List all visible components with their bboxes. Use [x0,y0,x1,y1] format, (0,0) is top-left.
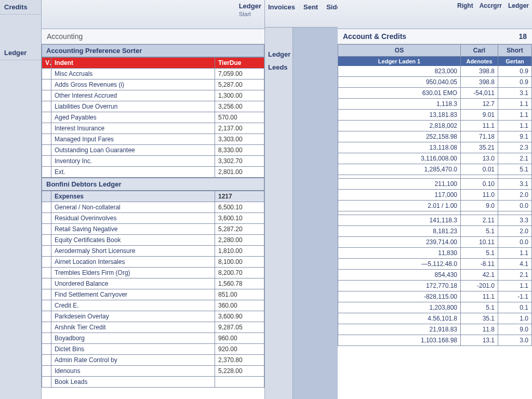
table-row[interactable]: Aerodermaly Short Licensure1,810.00 [42,246,264,257]
tab-ledger[interactable]: Ledger [0,46,41,60]
table-row[interactable]: 239,714.0010.110.0 [338,237,532,248]
table-row[interactable] [338,211,532,215]
rsub-3: Gertan [498,57,531,66]
rhdr-c1: Right [457,2,473,9]
right-col-header: OS Carl Short [338,44,532,57]
table-row[interactable]: -828,115.0011.1-1.1 [338,291,532,302]
table-row[interactable]: 630.01 EMO-54,0113.1 [338,88,532,99]
middle-pane: Invoices Sent Sidebar Ledger Leeds [265,0,338,399]
table-row[interactable]: Interest Insurance2,137.00 [42,123,264,134]
table-row[interactable]: 141,118.32.113.3 [338,215,532,226]
table-row[interactable]: Other Interest Accrued1,300.00 [42,90,264,101]
table-row[interactable]: 13,118.0835.212.3 [338,142,532,153]
table-row[interactable]: 4.56,101.835.11.0 [338,313,532,324]
table-row[interactable]: Admin Rate Control by2,370.80 [42,355,264,366]
table-row[interactable]: 252,158.9871.189.1 [338,131,532,142]
r-bread-num: 18 [518,32,527,41]
table-row[interactable]: Idenouns5,228.00 [42,366,264,377]
table-row[interactable]: Boyadborg960.00 [42,333,264,344]
table-row[interactable]: Arshnik Tier Credit9,287.05 [42,322,264,333]
table-row[interactable]: 211,1000.103.1 [338,179,532,190]
table-section1: V Indent TierDue Misc Accruals7,059.00Ad… [42,57,264,178]
table-row[interactable]: Parkdesein Overlay3,600.90 [42,311,264,322]
table-row[interactable]: Book Leads [42,377,264,388]
rsub-2: Adenotes [461,57,498,66]
col-indent[interactable]: Indent [51,58,215,69]
table-row[interactable]: Misc Accruals7,059.00 [42,69,264,79]
subhead-val: 1217 [215,191,264,202]
table-row[interactable]: 117,00011.02.0 [338,190,532,201]
table-row[interactable]: Credit E.360.00 [42,300,264,311]
right-sub-header: Ledger Laden 1 Adenotes Gertan [338,57,532,66]
table-row[interactable]: Ext.2,801.00 [42,167,264,178]
table-row[interactable]: 21,918.8311.89.0 [338,324,532,335]
section2-title: Bonfini Debtors Ledger [42,178,264,191]
right-header: Right Accrgrr Ledger [338,0,532,29]
rcol-carl[interactable]: Carl [461,45,498,56]
table-row[interactable]: 11,8305.11.1 [338,248,532,259]
table-row[interactable]: Liabilities Due Overrun3,256.00 [42,101,264,112]
rhdr-c2: Accrgrr [480,2,502,9]
table-row[interactable]: Adds Gross Revenues (i)5,287.00 [42,79,264,90]
r-bread-title: Account & Credits [343,32,406,41]
table-row[interactable]: Outstanding Loan Guarantee8,330.00 [42,145,264,156]
tab-sent[interactable]: Sent [303,3,318,11]
table-row[interactable]: Equity Certificates Book2,280.00 [42,235,264,246]
table-row[interactable]: 854,43042.12.1 [338,270,532,281]
tab-invoices[interactable]: Invoices [268,3,295,11]
rsub-1: Ledger Laden 1 [338,57,461,66]
table-row[interactable]: General / Non-collateral6,500.10 [42,202,264,213]
subhead-name: Expenses [51,191,215,202]
table-row[interactable]: 13,181.839.011.1 [338,110,532,121]
table-row[interactable]: Retail Saving Negative5,287.20 [42,224,264,235]
midside-leeds[interactable]: Leeds [268,63,289,71]
table-row[interactable]: Dictet Bins920.00 [42,344,264,355]
col-tierdue[interactable]: TierDue [215,58,264,69]
table-row[interactable] [338,175,532,179]
table-row[interactable]: 1,285,470.00.015.1 [338,164,532,175]
table-row[interactable]: Inventory Inc.3,302.70 [42,156,264,167]
breadcrumb-right: Account & Credits 18 [338,29,532,44]
table-row[interactable]: Aged Payables570.00 [42,112,264,123]
left-header-title: Ledger [239,2,261,10]
tab-credits[interactable]: Credits [0,0,41,15]
right-table-body: 823,000398.80.9950,040.05398.80.9630.01 … [338,66,532,346]
table-row[interactable]: 172,770.18-201.01.1 [338,281,532,291]
right-pane: Right Accrgrr Ledger Account & Credits 1… [338,0,532,399]
table-section2: Expenses 1217 General / Non-collateral6,… [42,191,264,388]
table-row[interactable]: 2,818,00211.11.1 [338,121,532,131]
mid-side-strip: Ledger Leeds [265,28,293,399]
left-pane: Ledger Start Accounting Accounting Prefe… [42,0,265,399]
table-row[interactable]: 2.01 / 1.009.00.0 [338,201,532,211]
table-row[interactable]: 3,116,008.0013.02.1 [338,153,532,164]
table-row[interactable]: —5,112.48.0-8.114.1 [338,259,532,270]
table-row[interactable]: Unordered Balance1,560.78 [42,278,264,289]
table-row[interactable]: 1,118.312.71.1 [338,99,532,110]
table-row[interactable]: Residual Overinvolves3,600.10 [42,213,264,224]
table-row[interactable]: 1,103.168.9813.13.0 [338,335,532,346]
table-row[interactable]: Airnet Location Intersales8,100.00 [42,257,264,268]
table-row[interactable]: 823,000398.80.9 [338,66,532,77]
midside-ledger[interactable]: Ledger [268,50,289,58]
breadcrumb-left: Accounting [42,29,264,44]
rhdr-c3: Ledger [508,2,529,9]
left-header-sub: Start [239,11,261,17]
table-row[interactable]: 1,203,8005.10.1 [338,302,532,313]
col-marker[interactable]: V [42,58,51,69]
left-header: Ledger Start [42,0,264,29]
table-row[interactable]: 950,040.05398.80.9 [338,77,532,88]
table-row[interactable]: Managed Input Fares3,303.00 [42,134,264,145]
table-row[interactable]: 8,181.235.12.0 [338,226,532,237]
table-row[interactable]: Find Settlement Carryover851.00 [42,289,264,300]
mid-tabs: Invoices Sent Sidebar [265,0,338,28]
section1-title: Accounting Preference Sorter [42,44,264,57]
table-row[interactable]: Trembles Elders Firm (Org)8,200.70 [42,268,264,278]
rcol-os[interactable]: OS [338,45,461,56]
rcol-short[interactable]: Short [498,45,531,56]
left-tab-strip: Credits Ledger [0,0,42,399]
